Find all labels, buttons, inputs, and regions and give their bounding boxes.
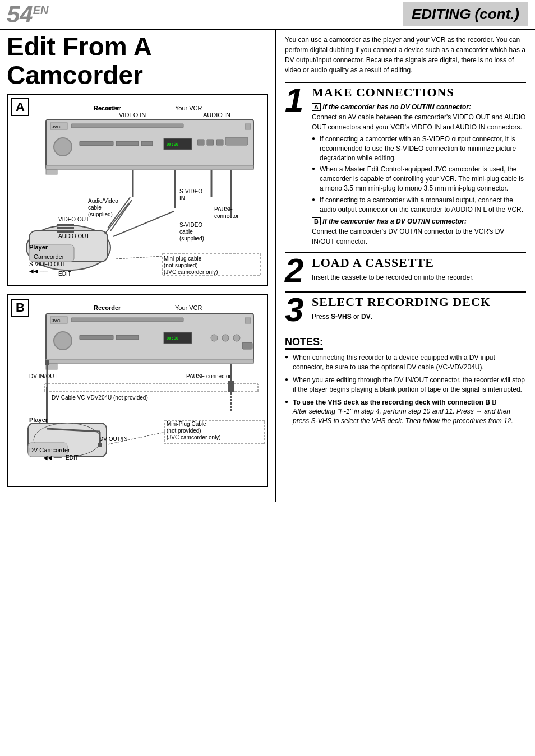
svg-text:(JVC camcorder only): (JVC camcorder only) bbox=[167, 434, 221, 440]
svg-text:(not supplied): (not supplied) bbox=[164, 262, 198, 268]
svg-text:PAUSE: PAUSE bbox=[214, 206, 233, 212]
svg-text:VIDEO IN: VIDEO IN bbox=[119, 112, 146, 118]
svg-rect-8 bbox=[71, 124, 183, 128]
svg-text:S-VIDEO OUT: S-VIDEO OUT bbox=[29, 261, 66, 267]
bullet-1: If connecting a camcorder with an S-VIDE… bbox=[312, 134, 526, 163]
svg-text:(JVC camcorder only): (JVC camcorder only) bbox=[164, 269, 218, 275]
svg-text:00:00: 00:00 bbox=[167, 336, 178, 341]
svg-rect-12 bbox=[116, 141, 139, 146]
svg-text:AUDIO OUT: AUDIO OUT bbox=[58, 233, 90, 239]
page-main-title: Edit From A Camcorder bbox=[7, 33, 268, 89]
step-2-body: Insert the cassette to be recorded on in… bbox=[312, 272, 526, 282]
svg-text:◀◀ ──: ◀◀ ── bbox=[43, 454, 62, 461]
svg-rect-19 bbox=[225, 137, 248, 145]
svg-rect-66 bbox=[80, 335, 113, 340]
svg-rect-67 bbox=[116, 335, 139, 340]
diagram-b-svg: Recorder Your VCR JVC 00:00 bbox=[12, 300, 270, 462]
step-3-body: Press S-VHS or DV. bbox=[312, 312, 526, 322]
svg-rect-13 bbox=[141, 141, 153, 146]
step-2-title: LOAD A CASSETTE bbox=[312, 256, 526, 270]
svg-text:S-VIDEO: S-VIDEO bbox=[179, 188, 202, 194]
note-2: When you are editing through the DV IN/O… bbox=[285, 375, 526, 395]
svg-text:IN: IN bbox=[179, 195, 185, 201]
svg-point-72 bbox=[233, 335, 240, 341]
svg-text:DV Camcorder: DV Camcorder bbox=[29, 447, 70, 453]
svg-text:Audio/Video: Audio/Video bbox=[88, 198, 118, 204]
svg-rect-45 bbox=[57, 227, 74, 229]
svg-text:(supplied): (supplied) bbox=[179, 235, 204, 242]
svg-text:DV OUT/IN: DV OUT/IN bbox=[99, 436, 128, 442]
svg-text:Camcorder: Camcorder bbox=[34, 253, 64, 260]
step-2-number: 2 bbox=[285, 256, 307, 286]
svg-rect-18 bbox=[216, 140, 223, 145]
svg-rect-63 bbox=[71, 318, 183, 322]
step-1-content: MAKE CONNECTIONS A If the camcorder has … bbox=[312, 85, 526, 247]
svg-rect-44 bbox=[57, 224, 74, 226]
svg-text:00:00: 00:00 bbox=[167, 142, 178, 147]
note-3-box-b: B bbox=[492, 398, 496, 406]
section-title: EDITING (cont.) bbox=[403, 2, 528, 26]
svg-point-10 bbox=[54, 138, 72, 156]
svg-line-57 bbox=[116, 256, 163, 259]
step-1-title: MAKE CONNECTIONS bbox=[312, 85, 526, 100]
notes-title: NOTES: bbox=[285, 336, 323, 350]
svg-text:VIDEO OUT: VIDEO OUT bbox=[58, 216, 89, 222]
svg-text:Mini-plug cable: Mini-plug cable bbox=[164, 256, 202, 262]
step-3-title: SELECT RECORDING DECK bbox=[312, 295, 526, 309]
svg-text:Player: Player bbox=[29, 244, 48, 251]
svg-text:EDIT: EDIT bbox=[58, 271, 71, 277]
step-3-content: SELECT RECORDING DECK Press S-VHS or DV. bbox=[312, 295, 526, 322]
step-1: 1 MAKE CONNECTIONS A If the camcorder ha… bbox=[285, 82, 526, 247]
svg-text:◀◀ ──: ◀◀ ── bbox=[29, 268, 48, 274]
svg-rect-16 bbox=[197, 140, 204, 145]
svg-rect-73 bbox=[242, 342, 252, 349]
svg-text:Your VCR: Your VCR bbox=[175, 304, 202, 311]
note-3: To use the VHS deck as the recording dec… bbox=[285, 398, 526, 426]
svg-line-55 bbox=[105, 203, 129, 234]
note-1: When connecting this recorder to a devic… bbox=[285, 353, 526, 372]
step-1-bullets: If connecting a camcorder with an S-VIDE… bbox=[312, 134, 526, 214]
intro-text: You can use a camcorder as the player an… bbox=[285, 35, 526, 75]
svg-text:JVC: JVC bbox=[52, 318, 61, 323]
page-number: 54EN bbox=[7, 3, 49, 26]
diagram-b-content: Recorder Your VCR JVC 00:00 bbox=[8, 295, 267, 486]
step-3: 3 SELECT RECORDING DECK Press S-VHS or D… bbox=[285, 291, 526, 325]
svg-rect-76 bbox=[45, 360, 49, 365]
svg-text:S-VIDEO: S-VIDEO bbox=[179, 222, 202, 228]
svg-text:Your VCR: Your VCR bbox=[175, 105, 202, 112]
step-2-content: LOAD A CASSETTE Insert the cassette to b… bbox=[312, 256, 526, 282]
svg-rect-9 bbox=[245, 124, 251, 129]
diagram-a-content: Recorder Recorder Your VCR VIDEO IN AUDI… bbox=[8, 95, 267, 285]
diagram-a-svg: Recorder Recorder Your VCR VIDEO IN AUDI… bbox=[12, 99, 270, 279]
bullet-3: If connecting to a camcorder with a mona… bbox=[312, 196, 526, 215]
svg-rect-81 bbox=[228, 381, 234, 392]
svg-text:DV Cable VC-VDV204U (not provi: DV Cable VC-VDV204U (not provided) bbox=[52, 395, 148, 401]
box-b-label: B bbox=[312, 217, 321, 225]
svg-text:Recorder: Recorder bbox=[94, 105, 121, 112]
svg-rect-64 bbox=[245, 318, 251, 323]
svg-text:DV IN/OUT: DV IN/OUT bbox=[29, 373, 58, 379]
step-1-body: A If the camcorder has no DV OUT/IN conn… bbox=[312, 102, 526, 247]
svg-rect-96 bbox=[98, 443, 102, 447]
svg-line-56 bbox=[113, 211, 174, 236]
notes-list: When connecting this recorder to a devic… bbox=[285, 353, 526, 426]
svg-rect-11 bbox=[80, 141, 113, 146]
step-1-number: 1 bbox=[285, 85, 307, 115]
svg-text:Mini-Plug Cable: Mini-Plug Cable bbox=[167, 421, 206, 427]
diagram-a: A Recorder Recorder Your VCR VIDEO IN AU… bbox=[7, 94, 268, 286]
svg-line-54 bbox=[110, 200, 132, 231]
svg-text:AUDIO IN: AUDIO IN bbox=[203, 112, 230, 118]
svg-text:(not provided): (not provided) bbox=[167, 428, 201, 434]
page-header: 54EN EDITING (cont.) bbox=[0, 0, 535, 29]
svg-text:connector: connector bbox=[214, 213, 239, 219]
svg-text:cable: cable bbox=[179, 229, 193, 235]
svg-text:(supplied): (supplied) bbox=[88, 211, 113, 217]
bullet-2: When a Master Edit Control-equipped JVC … bbox=[312, 165, 526, 193]
diagram-b: B Recorder Your VCR JVC 00:00 bbox=[7, 294, 268, 487]
svg-text:PAUSE connector: PAUSE connector bbox=[186, 373, 232, 379]
svg-rect-20 bbox=[46, 165, 253, 170]
step-3-number: 3 bbox=[285, 295, 307, 325]
right-column: You can use a camcorder as the player an… bbox=[275, 30, 535, 502]
svg-text:JVC: JVC bbox=[52, 124, 61, 129]
svg-text:Recorder: Recorder bbox=[94, 304, 121, 311]
